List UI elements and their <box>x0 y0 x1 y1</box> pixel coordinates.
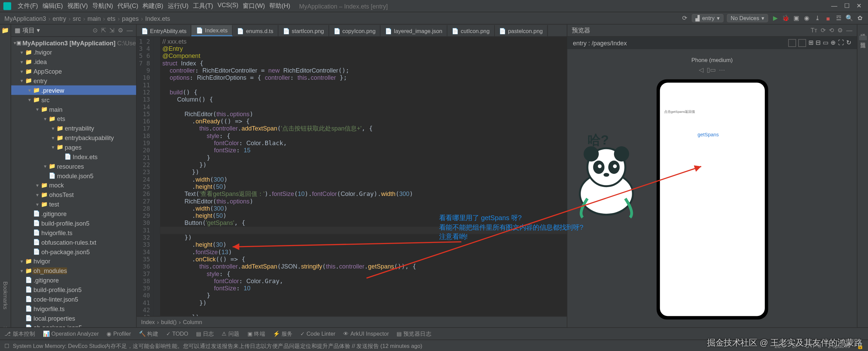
tool-window-button[interactable]: ✓TODO <box>166 331 188 337</box>
editor-tab[interactable]: 📄pastelcon.png <box>495 25 548 36</box>
tool-window-button[interactable]: ⎇版本控制 <box>4 330 35 338</box>
close-button[interactable]: ✕ <box>856 2 862 10</box>
tree-node[interactable]: 📄obfuscation-rules.txt <box>11 237 136 247</box>
tree-node[interactable]: ▾📁mock <box>11 180 136 190</box>
tree-root[interactable]: ▾▣MyApplication3 [MyApplication] C:\User… <box>11 38 136 47</box>
menu-item[interactable]: VCS(S) <box>215 1 241 11</box>
tree-node[interactable]: ▾📁src <box>11 95 136 105</box>
tool-window-button[interactable]: ▤日志 <box>196 330 214 338</box>
tree-node[interactable]: 📄oh-package.json5 <box>11 247 136 256</box>
tree-node[interactable]: ▾📁pages <box>11 142 136 152</box>
hide-icon[interactable]: — <box>127 27 133 34</box>
tool-window-button[interactable]: ✓Code Linter <box>300 331 335 337</box>
tree-node[interactable]: 📄.gitignore <box>11 275 136 285</box>
project-tree[interactable]: ▾▣MyApplication3 [MyApplication] C:\User… <box>11 37 136 327</box>
inspect-icon[interactable] <box>788 39 796 47</box>
grid-icon[interactable] <box>798 39 806 47</box>
tree-node[interactable]: ▾📁main <box>11 104 136 114</box>
editor-tab[interactable]: 📄layered_image.json <box>381 25 447 36</box>
editor-tab[interactable]: 📄enums.d.ts <box>232 25 278 36</box>
fold-gutter[interactable] <box>154 37 160 316</box>
tree-node[interactable]: ▾📁hvigor <box>11 256 136 266</box>
notifications-tab[interactable]: 通知 <box>859 27 867 31</box>
project-tool-icon[interactable]: 📁 <box>1 27 9 34</box>
tree-node[interactable]: 📄.gitignore <box>11 209 136 218</box>
tree-node[interactable]: ▾📁test <box>11 199 136 209</box>
stop-icon[interactable]: ■ <box>824 15 832 22</box>
tree-node[interactable]: 📄local.properties <box>11 313 136 323</box>
gear-icon[interactable]: ⚙ <box>837 27 843 34</box>
menu-item[interactable]: 构建(B) <box>141 1 165 11</box>
tree-node[interactable]: ▾📁oh_modules <box>11 266 136 275</box>
multi-device-icon[interactable]: ⊞ <box>808 39 814 47</box>
status-icon[interactable]: ☐ <box>4 343 10 349</box>
editor-tab[interactable]: 📄EntryAbility.ets <box>137 25 192 36</box>
attach-icon[interactable]: ⤓ <box>814 15 821 22</box>
tool-window-button[interactable]: ◉Profiler <box>107 331 131 337</box>
menu-item[interactable]: 运行(U) <box>165 1 191 11</box>
tree-node[interactable]: 📄hvigorfile.ts <box>11 228 136 238</box>
tool-window-button[interactable]: 📊Operation Analyzer <box>43 331 99 337</box>
tree-node[interactable]: ▾📁ets <box>11 114 136 123</box>
menu-item[interactable]: 编辑(E) <box>40 1 65 11</box>
device-dropdown[interactable]: No Devices ▾ <box>727 14 768 22</box>
tree-node[interactable]: 📄oh-package.json5 <box>11 323 136 327</box>
menu-item[interactable]: 窗口(W) <box>241 1 267 11</box>
tree-node[interactable]: ▾📁.idea <box>11 57 136 66</box>
editor-breadcrumb[interactable]: Index › build() › Column <box>137 316 567 327</box>
structure-icon[interactable]: ☲ <box>835 15 842 22</box>
debug-icon[interactable]: 🐞 <box>782 15 789 22</box>
tree-node[interactable]: 📄module.json5 <box>11 171 136 180</box>
tree-node[interactable]: ▾📁entrybackupability <box>11 133 136 142</box>
zoom-out-icon[interactable]: ⊟ <box>816 39 821 47</box>
expand-all-icon[interactable]: ⇱ <box>101 27 106 34</box>
tree-node[interactable]: 📄code-linter.json5 <box>11 294 136 304</box>
menu-item[interactable]: 工具(T) <box>191 1 215 11</box>
editor-tab[interactable]: 📄Index.ets <box>192 25 233 36</box>
editor-tab[interactable]: 📄startIcon.png <box>278 25 329 36</box>
settings-icon[interactable]: ⚙ <box>118 27 123 34</box>
code-editor[interactable]: // xxx.ets @Entry @Component struct Inde… <box>160 37 567 316</box>
getspans-button[interactable]: getSpans <box>693 131 723 138</box>
previewer-tab[interactable]: 预览器 <box>859 36 867 40</box>
bookmarks-tab[interactable]: Bookmarks <box>2 279 9 311</box>
zoom-in-icon[interactable]: ⊕ <box>831 39 836 47</box>
menu-item[interactable]: 代码(C) <box>115 1 141 11</box>
line-gutter[interactable]: 1 2 3 4 5 6 7 8 9 10 11 12 13 14 15 16 1… <box>137 37 154 316</box>
tree-node[interactable]: 📄build-profile.json5 <box>11 218 136 228</box>
editor-tab[interactable]: 📄cutIcon.png <box>447 25 495 36</box>
structure-tab[interactable]: 结构 <box>1 319 9 324</box>
crumb-segment[interactable]: pages <box>122 15 139 21</box>
tree-node[interactable]: ▾📁entryability <box>11 123 136 133</box>
tree-node[interactable]: 📄build-profile.json5 <box>11 285 136 294</box>
refresh-icon[interactable]: ⟳ <box>821 27 826 34</box>
tool-window-button[interactable]: ▣终端 <box>247 330 265 338</box>
editor-tab[interactable]: 📄copyIcon.png <box>329 25 381 36</box>
hide-panel-icon[interactable]: — <box>846 27 852 34</box>
zoom-fit-icon[interactable]: ▭ <box>823 39 828 47</box>
tool-window-button[interactable]: 👁ArkUI Inspector <box>343 331 389 337</box>
crumb-segment[interactable]: src <box>73 15 81 21</box>
crumb-segment[interactable]: entry <box>52 15 66 21</box>
crumb-segment[interactable]: main <box>87 15 101 21</box>
tree-node[interactable]: ▾📁entry <box>11 76 136 86</box>
run-icon[interactable]: ▶ <box>771 15 778 22</box>
restart-icon[interactable]: ↻ <box>846 39 851 47</box>
sync-icon[interactable]: ⟳ <box>681 15 688 22</box>
tree-node[interactable]: 📄hvigorfile.ts <box>11 304 136 314</box>
menu-item[interactable]: 文件(F) <box>16 1 40 11</box>
menu-item[interactable]: 视图(V) <box>65 1 90 11</box>
tree-node[interactable]: ▾📁.hvigor <box>11 47 136 57</box>
menu-item[interactable]: 帮助(H) <box>267 1 292 11</box>
font-size-icon[interactable]: Tт <box>811 27 817 34</box>
crumb-segment[interactable]: ets <box>107 15 115 21</box>
fullscreen-icon[interactable]: ⛶ <box>838 39 844 47</box>
tool-window-button[interactable]: ⚡服务 <box>273 330 292 338</box>
tool-window-button[interactable]: 🔨构建 <box>139 330 158 338</box>
more-icon[interactable]: ⋯ <box>719 66 725 74</box>
coverage-icon[interactable]: ▣ <box>793 15 800 22</box>
tree-node[interactable]: ▾📁AppScope <box>11 66 136 76</box>
tree-node[interactable]: ▾📁.preview <box>11 86 136 95</box>
rotate-device-icon[interactable]: ▯▭ <box>707 66 716 74</box>
profile-icon[interactable]: ◉ <box>803 15 810 22</box>
